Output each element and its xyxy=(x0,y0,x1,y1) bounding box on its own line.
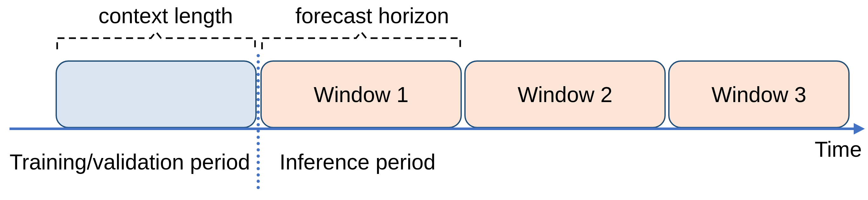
window-2-label: Window 2 xyxy=(518,82,613,107)
period-separator xyxy=(257,54,260,189)
window-1-label: Window 1 xyxy=(314,82,409,107)
inference-period-label: Inference period xyxy=(279,149,435,174)
time-axis-line xyxy=(9,127,854,130)
context-length-label: context length xyxy=(98,3,233,28)
training-period-label: Training/validation period xyxy=(9,149,250,174)
window-1-box: Window 1 xyxy=(260,60,462,128)
context-length-brace xyxy=(56,30,257,53)
time-axis-label: Time xyxy=(815,137,862,162)
time-axis-arrow-icon xyxy=(854,123,865,135)
window-2-box: Window 2 xyxy=(464,60,666,128)
window-3-label: Window 3 xyxy=(711,82,806,107)
timeline-diagram: context length forecast horizon Window 1… xyxy=(0,0,868,200)
window-3-box: Window 3 xyxy=(668,60,849,128)
forecast-horizon-brace xyxy=(260,30,462,53)
forecast-horizon-label: forecast horizon xyxy=(296,3,449,28)
context-window-box xyxy=(56,60,257,128)
